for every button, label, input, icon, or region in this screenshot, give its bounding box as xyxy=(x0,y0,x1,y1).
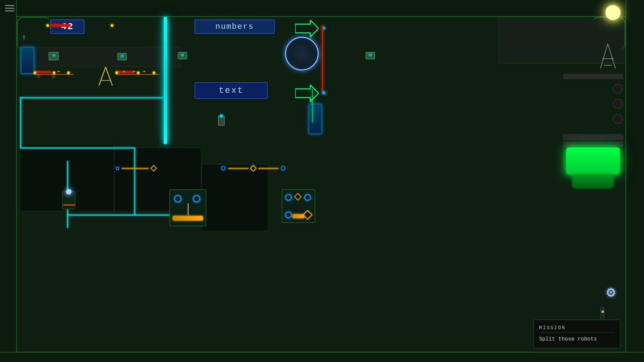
mission-panel: MISSION Split those robots xyxy=(533,319,621,349)
pit-right-center xyxy=(201,164,268,231)
moon-icon xyxy=(605,5,621,20)
barrier-top-1 xyxy=(322,25,323,92)
menu-line-2 xyxy=(5,8,14,9)
score-dot-left xyxy=(46,24,49,27)
border-right xyxy=(626,0,644,362)
up-arrow-left: ↑ xyxy=(22,34,26,42)
svg-point-9 xyxy=(37,75,40,78)
score-dot-right xyxy=(111,24,113,27)
svg-line-3 xyxy=(106,67,112,85)
radar-display xyxy=(285,37,319,70)
numbers-arrow-icon xyxy=(295,20,319,37)
conveyor-1 xyxy=(116,166,156,171)
border-top xyxy=(0,0,644,17)
text-arrow-container xyxy=(295,85,319,103)
conn-yellow-1 xyxy=(34,71,36,74)
svg-marker-12 xyxy=(122,70,126,72)
deco-circle-3 xyxy=(613,114,623,124)
circuit-h-2 xyxy=(20,147,134,148)
conn-dot-text xyxy=(322,91,325,95)
circuit-v-2 xyxy=(134,147,135,215)
svg-marker-1 xyxy=(295,85,319,102)
menu-line-3 xyxy=(5,10,14,11)
gray-bar-1 xyxy=(563,74,623,79)
scaffold-right xyxy=(599,44,617,72)
robot-4 xyxy=(366,52,375,59)
conn-yellow-2 xyxy=(53,71,55,74)
svg-line-15 xyxy=(600,44,608,69)
numbers-text: numbers xyxy=(215,22,254,31)
robot-2 xyxy=(117,53,127,60)
svg-marker-14 xyxy=(143,70,146,72)
mission-title: MISSION xyxy=(539,325,615,333)
text-label-text: text xyxy=(219,85,244,96)
svg-line-2 xyxy=(99,67,106,85)
deco-circle-2 xyxy=(613,99,623,109)
svg-marker-0 xyxy=(295,20,319,37)
conn-yellow-3 xyxy=(67,71,70,74)
circuit-v-1 xyxy=(20,97,21,147)
circuit-h-3 xyxy=(67,215,169,216)
robot-3 xyxy=(178,52,187,59)
conveyor-2 xyxy=(221,166,285,171)
border-left xyxy=(0,0,17,362)
health-red-1 xyxy=(34,71,51,73)
energy-display xyxy=(563,134,623,188)
cyan-beam xyxy=(164,17,167,144)
numbers-label: numbers xyxy=(195,19,275,34)
scaffold-1 xyxy=(97,67,114,89)
menu-button[interactable] xyxy=(5,5,14,11)
svg-line-16 xyxy=(608,44,615,69)
health-bar-left xyxy=(50,24,70,27)
glowing-robot xyxy=(62,191,75,209)
glow-bar-1 xyxy=(312,89,313,122)
menu-line-1 xyxy=(5,5,14,6)
elevator-right xyxy=(309,104,322,134)
mission-description: Split those robots xyxy=(539,336,615,343)
border-bottom xyxy=(0,352,644,362)
numbers-arrow-container xyxy=(295,20,319,39)
circuit-box-2 xyxy=(282,189,315,223)
deco-circle-1 xyxy=(613,84,623,94)
circuit-h-1 xyxy=(20,97,164,98)
elevator-left xyxy=(21,47,34,74)
player-character xyxy=(218,116,225,126)
mech-2 xyxy=(116,70,159,80)
text-arrow-icon xyxy=(295,85,319,102)
svg-marker-8 xyxy=(57,70,60,72)
svg-point-10 xyxy=(52,75,55,78)
game-container: 42 numbers text ↑ ↑ ↑ xyxy=(0,0,644,362)
gear-icon: ⚙ xyxy=(606,283,615,302)
robot-1 xyxy=(49,52,59,60)
text-label: text xyxy=(195,82,268,99)
svg-marker-13 xyxy=(132,70,136,72)
circuit-box-1 xyxy=(169,189,206,226)
